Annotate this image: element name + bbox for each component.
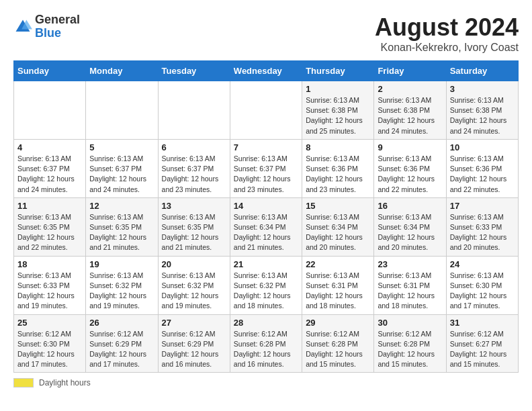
day-cell bbox=[86, 81, 158, 140]
day-cell: 4Sunrise: 6:13 AMSunset: 6:37 PMDaylight… bbox=[14, 139, 86, 197]
day-cell: 5Sunrise: 6:13 AMSunset: 6:37 PMDaylight… bbox=[86, 139, 158, 197]
day-info: Sunrise: 6:12 AMSunset: 6:28 PMDaylight:… bbox=[378, 329, 442, 370]
day-info: Sunrise: 6:13 AMSunset: 6:35 PMDaylight:… bbox=[17, 212, 82, 253]
day-cell: 26Sunrise: 6:12 AMSunset: 6:29 PMDayligh… bbox=[86, 314, 158, 373]
day-number: 26 bbox=[89, 318, 154, 328]
day-cell bbox=[230, 81, 302, 140]
day-info: Sunrise: 6:12 AMSunset: 6:30 PMDaylight:… bbox=[17, 329, 82, 370]
day-cell: 20Sunrise: 6:13 AMSunset: 6:32 PMDayligh… bbox=[158, 256, 230, 314]
day-cell: 1Sunrise: 6:13 AMSunset: 6:38 PMDaylight… bbox=[302, 81, 374, 140]
day-info: Sunrise: 6:13 AMSunset: 6:32 PMDaylight:… bbox=[234, 271, 298, 312]
day-number: 7 bbox=[234, 142, 298, 152]
day-number: 11 bbox=[17, 201, 82, 211]
month-title: August 2024 bbox=[375, 13, 519, 42]
day-number: 15 bbox=[306, 201, 370, 211]
header: General Blue August 2024 Konan-Kekrekro,… bbox=[13, 13, 519, 54]
day-number: 14 bbox=[234, 201, 298, 211]
day-number: 12 bbox=[89, 201, 154, 211]
day-cell bbox=[14, 81, 86, 140]
day-cell: 27Sunrise: 6:12 AMSunset: 6:29 PMDayligh… bbox=[158, 314, 230, 373]
day-info: Sunrise: 6:13 AMSunset: 6:37 PMDaylight:… bbox=[89, 154, 154, 195]
day-info: Sunrise: 6:13 AMSunset: 6:38 PMDaylight:… bbox=[378, 95, 442, 136]
day-number: 29 bbox=[306, 318, 370, 328]
day-cell: 2Sunrise: 6:13 AMSunset: 6:38 PMDaylight… bbox=[374, 81, 446, 140]
day-info: Sunrise: 6:13 AMSunset: 6:31 PMDaylight:… bbox=[306, 271, 370, 312]
day-header-saturday: Saturday bbox=[446, 61, 518, 81]
day-cell: 8Sunrise: 6:13 AMSunset: 6:36 PMDaylight… bbox=[302, 139, 374, 197]
daylight-swatch bbox=[13, 378, 34, 387]
day-info: Sunrise: 6:13 AMSunset: 6:34 PMDaylight:… bbox=[306, 212, 370, 253]
day-cell: 9Sunrise: 6:13 AMSunset: 6:36 PMDaylight… bbox=[374, 139, 446, 197]
day-cell: 15Sunrise: 6:13 AMSunset: 6:34 PMDayligh… bbox=[302, 197, 374, 256]
day-info: Sunrise: 6:13 AMSunset: 6:37 PMDaylight:… bbox=[234, 154, 298, 195]
day-cell: 6Sunrise: 6:13 AMSunset: 6:37 PMDaylight… bbox=[158, 139, 230, 197]
day-number: 30 bbox=[378, 318, 442, 328]
day-cell: 11Sunrise: 6:13 AMSunset: 6:35 PMDayligh… bbox=[14, 197, 86, 256]
day-info: Sunrise: 6:13 AMSunset: 6:33 PMDaylight:… bbox=[450, 212, 515, 253]
day-cell: 28Sunrise: 6:12 AMSunset: 6:28 PMDayligh… bbox=[230, 314, 302, 373]
logo-blue: Blue bbox=[35, 27, 80, 40]
day-header-monday: Monday bbox=[86, 61, 158, 81]
day-header-thursday: Thursday bbox=[302, 61, 374, 81]
day-number: 5 bbox=[89, 142, 154, 152]
day-number: 24 bbox=[450, 259, 515, 269]
week-row-1: 1Sunrise: 6:13 AMSunset: 6:38 PMDaylight… bbox=[14, 81, 519, 140]
day-info: Sunrise: 6:13 AMSunset: 6:38 PMDaylight:… bbox=[450, 95, 515, 136]
day-number: 13 bbox=[162, 201, 226, 211]
day-number: 9 bbox=[378, 142, 442, 152]
day-cell: 3Sunrise: 6:13 AMSunset: 6:38 PMDaylight… bbox=[446, 81, 518, 140]
day-cell: 30Sunrise: 6:12 AMSunset: 6:28 PMDayligh… bbox=[374, 314, 446, 373]
day-number: 28 bbox=[234, 318, 298, 328]
day-info: Sunrise: 6:13 AMSunset: 6:33 PMDaylight:… bbox=[17, 271, 82, 312]
day-info: Sunrise: 6:13 AMSunset: 6:35 PMDaylight:… bbox=[89, 212, 154, 253]
week-row-3: 11Sunrise: 6:13 AMSunset: 6:35 PMDayligh… bbox=[14, 197, 519, 256]
day-number: 20 bbox=[162, 259, 226, 269]
day-cell: 24Sunrise: 6:13 AMSunset: 6:30 PMDayligh… bbox=[446, 256, 518, 314]
day-number: 3 bbox=[450, 84, 515, 94]
day-info: Sunrise: 6:13 AMSunset: 6:31 PMDaylight:… bbox=[378, 271, 442, 312]
day-info: Sunrise: 6:12 AMSunset: 6:29 PMDaylight:… bbox=[162, 329, 226, 370]
day-number: 6 bbox=[162, 142, 226, 152]
title-area: August 2024 Konan-Kekrekro, Ivory Coast bbox=[375, 13, 519, 54]
day-number: 25 bbox=[17, 318, 82, 328]
calendar-table: SundayMondayTuesdayWednesdayThursdayFrid… bbox=[13, 60, 519, 373]
day-info: Sunrise: 6:13 AMSunset: 6:32 PMDaylight:… bbox=[89, 271, 154, 312]
day-number: 17 bbox=[450, 201, 515, 211]
day-info: Sunrise: 6:13 AMSunset: 6:36 PMDaylight:… bbox=[306, 154, 370, 195]
day-cell: 31Sunrise: 6:12 AMSunset: 6:27 PMDayligh… bbox=[446, 314, 518, 373]
day-cell: 16Sunrise: 6:13 AMSunset: 6:34 PMDayligh… bbox=[374, 197, 446, 256]
week-row-2: 4Sunrise: 6:13 AMSunset: 6:37 PMDaylight… bbox=[14, 139, 519, 197]
day-info: Sunrise: 6:13 AMSunset: 6:38 PMDaylight:… bbox=[306, 95, 370, 136]
logo: General Blue bbox=[13, 13, 80, 40]
day-header-tuesday: Tuesday bbox=[158, 61, 230, 81]
week-row-5: 25Sunrise: 6:12 AMSunset: 6:30 PMDayligh… bbox=[14, 314, 519, 373]
week-row-4: 18Sunrise: 6:13 AMSunset: 6:33 PMDayligh… bbox=[14, 256, 519, 314]
day-number: 31 bbox=[450, 318, 515, 328]
day-cell: 12Sunrise: 6:13 AMSunset: 6:35 PMDayligh… bbox=[86, 197, 158, 256]
day-info: Sunrise: 6:13 AMSunset: 6:34 PMDaylight:… bbox=[378, 212, 442, 253]
day-cell: 10Sunrise: 6:13 AMSunset: 6:36 PMDayligh… bbox=[446, 139, 518, 197]
day-cell: 7Sunrise: 6:13 AMSunset: 6:37 PMDaylight… bbox=[230, 139, 302, 197]
day-cell: 23Sunrise: 6:13 AMSunset: 6:31 PMDayligh… bbox=[374, 256, 446, 314]
day-number: 19 bbox=[89, 259, 154, 269]
day-info: Sunrise: 6:12 AMSunset: 6:29 PMDaylight:… bbox=[89, 329, 154, 370]
day-info: Sunrise: 6:13 AMSunset: 6:30 PMDaylight:… bbox=[450, 271, 515, 312]
location-title: Konan-Kekrekro, Ivory Coast bbox=[375, 42, 519, 54]
day-info: Sunrise: 6:13 AMSunset: 6:36 PMDaylight:… bbox=[450, 154, 515, 195]
day-number: 27 bbox=[162, 318, 226, 328]
day-number: 23 bbox=[378, 259, 442, 269]
day-info: Sunrise: 6:13 AMSunset: 6:36 PMDaylight:… bbox=[378, 154, 442, 195]
day-info: Sunrise: 6:13 AMSunset: 6:37 PMDaylight:… bbox=[162, 154, 226, 195]
day-number: 21 bbox=[234, 259, 298, 269]
day-number: 8 bbox=[306, 142, 370, 152]
day-cell: 18Sunrise: 6:13 AMSunset: 6:33 PMDayligh… bbox=[14, 256, 86, 314]
day-info: Sunrise: 6:13 AMSunset: 6:32 PMDaylight:… bbox=[162, 271, 226, 312]
day-cell: 13Sunrise: 6:13 AMSunset: 6:35 PMDayligh… bbox=[158, 197, 230, 256]
daylight-label: Daylight hours bbox=[39, 378, 91, 387]
day-header-friday: Friday bbox=[374, 61, 446, 81]
day-number: 10 bbox=[450, 142, 515, 152]
day-cell: 21Sunrise: 6:13 AMSunset: 6:32 PMDayligh… bbox=[230, 256, 302, 314]
day-number: 1 bbox=[306, 84, 370, 94]
day-cell: 25Sunrise: 6:12 AMSunset: 6:30 PMDayligh… bbox=[14, 314, 86, 373]
day-info: Sunrise: 6:13 AMSunset: 6:35 PMDaylight:… bbox=[162, 212, 226, 253]
